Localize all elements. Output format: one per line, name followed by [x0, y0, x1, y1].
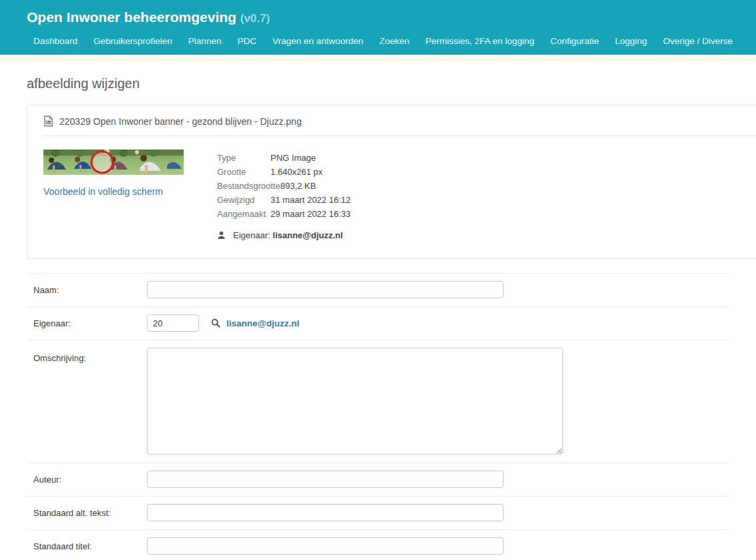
alt-tekst-input[interactable] [147, 504, 504, 521]
meta-label: Grootte [217, 165, 270, 179]
nav-item-gebruikersprofielen[interactable]: Gebruikersprofielen [85, 36, 180, 46]
meta-row-type: Type PNG Image [217, 151, 351, 165]
user-icon [217, 231, 226, 240]
titel-label: Standaard titel: [27, 541, 147, 551]
eigenaar-user-link[interactable]: lisanne@djuzz.nl [226, 318, 299, 328]
naam-input[interactable] [147, 281, 504, 298]
meta-value: 31 maart 2022 16:12 [270, 193, 351, 207]
form-row-naam: Naam: [27, 273, 729, 306]
main-content: afbeelding wijzigen 220329 Open Inwoner … [0, 76, 756, 560]
main-nav: Dashboard Gebruikersprofielen Plannen PD… [0, 27, 756, 55]
nav-item-permissies-2fa-logging[interactable]: Permissies, 2FA en logging [417, 36, 542, 46]
meta-row-gewijzigd: Gewijzigd 31 maart 2022 16:12 [217, 193, 351, 207]
eigenaar-control: lisanne@djuzz.nl [147, 314, 299, 332]
omschrijving-textarea[interactable] [147, 348, 563, 455]
header-divider [0, 55, 756, 60]
owner-label: Eigenaar: [233, 230, 270, 240]
form-row-alt-tekst: Standaard alt. tekst: [27, 496, 729, 529]
app-title-text: Open Inwoner beheeromgeving [27, 9, 236, 25]
form-row-eigenaar: Eigenaar: lisanne@djuzz.nl [27, 306, 729, 340]
page-title: afbeelding wijzigen [27, 76, 729, 91]
nav-item-zoeken[interactable]: Zoeken [371, 36, 417, 46]
nav-item-logging[interactable]: Logging [607, 36, 655, 46]
file-name: 220329 Open Inwoner banner - gezond blij… [59, 116, 302, 127]
image-thumbnail[interactable] [43, 150, 184, 175]
titel-input[interactable] [147, 537, 504, 555]
form-row-auteur: Auteur: [27, 463, 729, 496]
meta-value: 1.640x261 px [270, 165, 323, 179]
app-title: Open Inwoner beheeromgeving (v0.7) [27, 9, 756, 27]
meta-value: 29 maart 2022 16:33 [270, 207, 351, 221]
eigenaar-label: Eigenaar: [27, 318, 147, 328]
meta-value: PNG Image [270, 151, 316, 165]
auteur-input[interactable] [147, 471, 504, 488]
nav-item-overige-diverse[interactable]: Overige / Diverse [655, 36, 741, 46]
file-info-panel: 220329 Open Inwoner banner - gezond blij… [27, 105, 756, 259]
preview-column: Voorbeeld in volledig scherm [43, 150, 217, 240]
omschrijving-label: Omschrijving: [27, 348, 147, 363]
meta-label: Bestandsgrootte [217, 179, 280, 193]
fullscreen-preview-link[interactable]: Voorbeeld in volledig scherm [43, 186, 163, 197]
meta-label: Gewijzigd [217, 193, 270, 207]
form-row-titel: Standaard titel: [27, 529, 729, 560]
meta-label: Type [217, 151, 270, 165]
search-icon[interactable] [211, 318, 220, 328]
meta-label: Aangemaakt [217, 207, 270, 221]
owner-email: lisanne@djuzz.nl [272, 230, 343, 240]
alt-tekst-label: Standaard alt. tekst: [27, 508, 147, 518]
nav-item-vragen-en-antwoorden[interactable]: Vragen en antwoorden [264, 36, 371, 46]
form-row-omschrijving: Omschrijving: [27, 340, 729, 463]
edit-image-form: Naam: Eigenaar: lisanne@djuzz.nl Omschri… [27, 273, 729, 560]
owner-row: Eigenaar: lisanne@djuzz.nl [217, 230, 351, 240]
nav-item-pdc[interactable]: PDC [229, 36, 264, 46]
file-panel-body: Voorbeeld in volledig scherm Type PNG Im… [27, 136, 756, 258]
auteur-label: Auteur: [27, 475, 147, 485]
file-image-icon [43, 115, 53, 127]
nav-item-configuratie[interactable]: Configuratie [542, 36, 607, 46]
eigenaar-id-input[interactable] [147, 314, 199, 332]
app-header: Open Inwoner beheeromgeving (v0.7) Dashb… [0, 0, 756, 55]
meta-row-grootte: Grootte 1.640x261 px [217, 165, 351, 179]
app-version: (v0.7) [240, 12, 270, 25]
nav-item-plannen[interactable]: Plannen [180, 36, 230, 46]
meta-value: 893,2 KB [280, 179, 317, 193]
file-meta: Type PNG Image Grootte 1.640x261 px Best… [217, 150, 351, 240]
meta-row-aangemaakt: Aangemaakt 29 maart 2022 16:33 [217, 207, 351, 221]
nav-item-dashboard[interactable]: Dashboard [25, 36, 85, 46]
meta-row-bestandsgrootte: Bestandsgrootte 893,2 KB [217, 179, 351, 193]
owner-text: Eigenaar: lisanne@djuzz.nl [233, 230, 343, 240]
file-panel-header: 220329 Open Inwoner banner - gezond blij… [27, 105, 756, 135]
naam-label: Naam: [27, 285, 147, 295]
